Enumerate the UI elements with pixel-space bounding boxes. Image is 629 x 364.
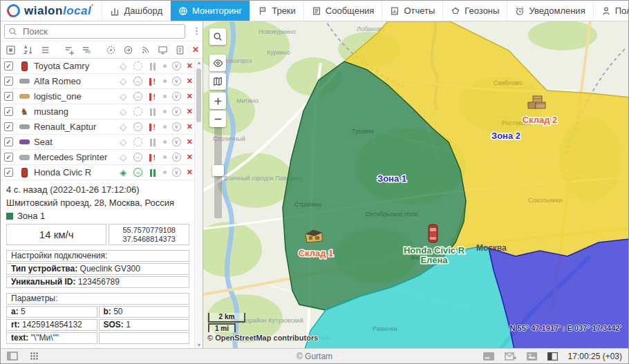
search-options-kebab-icon[interactable]: ⋮ [192, 26, 201, 36]
data-accuracy-icon [148, 62, 158, 70]
show-on-map-icon[interactable] [106, 45, 116, 55]
tab-tracks[interactable]: Треки [250, 1, 303, 21]
remove-unit-icon[interactable]: ✕ [187, 153, 193, 161]
horse-icon: ♞ [18, 107, 30, 116]
list-view-icon[interactable] [40, 45, 50, 55]
tab-dashboard[interactable]: Дашборд [102, 1, 170, 21]
unit-location-icon[interactable]: ◇ [119, 61, 128, 70]
unit-location-icon[interactable]: ◇ [119, 92, 128, 101]
connection-dot-icon [163, 140, 167, 144]
unit-row-seat[interactable]: ✓ Seat ◇ ∨ ✕ [1, 135, 203, 150]
sort-az-icon[interactable] [23, 45, 33, 55]
unit-location-icon[interactable]: ◇ [119, 153, 128, 162]
unit-location-icon[interactable]: ◈ [119, 168, 128, 177]
svg-text:Новогорск: Новогорск [223, 57, 252, 64]
remove-unit-icon[interactable]: ✕ [187, 62, 193, 70]
unit-location-icon[interactable]: ◇ [119, 107, 128, 116]
tab-geofences[interactable]: Геозоны [442, 1, 507, 21]
clear-list-icon[interactable]: ✕ [192, 45, 199, 55]
connection-dot-icon [163, 110, 167, 113]
data-flow-icon[interactable] [140, 45, 151, 55]
unit-list-toolbar: All ✕ [1, 41, 203, 59]
unit-checkbox[interactable]: ✓ [4, 77, 13, 86]
unique-id-row: Уникальный ID: 123456789 [6, 276, 189, 288]
add-all-to-list-icon[interactable]: All [82, 45, 92, 55]
unit-checkbox[interactable]: ✓ [4, 153, 13, 162]
svg-text:Свиблово: Свиблово [494, 79, 522, 86]
scrollbar-thumb[interactable] [196, 68, 201, 122]
remove-unit-icon[interactable]: ✕ [187, 123, 193, 131]
unit-menu-icon[interactable]: ∨ [172, 92, 181, 101]
car-icon [18, 140, 30, 144]
remove-unit-icon[interactable]: ✕ [187, 138, 193, 146]
unit-row-honda-civic-r[interactable]: ✓ Honda Civic R ◈ → ∨ ✕ [1, 165, 203, 180]
unit-menu-icon[interactable]: ∨ [172, 153, 181, 162]
data-accuracy-icon: ! [148, 93, 158, 101]
parameters-header: Параметры: [6, 293, 189, 305]
last-message-time: 4 с. назад (2022-01-26 17:12:06) [6, 184, 189, 195]
unit-location-icon[interactable]: ◇ [119, 122, 128, 131]
add-to-list-icon[interactable] [64, 45, 75, 55]
unit-row-mustang[interactable]: ✓ ♞ mustang ◇ ∨ ✕ [1, 104, 203, 119]
unit-checkbox[interactable]: ✓ [4, 137, 13, 146]
sidebar-scrollbar[interactable]: ▲ ▼ [194, 59, 203, 348]
connection-dot-icon [163, 64, 167, 68]
unit-menu-icon[interactable]: ∨ [172, 61, 181, 70]
unit-checkbox[interactable]: ✓ [4, 61, 13, 70]
map-search-button[interactable] [209, 28, 226, 45]
wialon-logo[interactable]: wialonlocal’ [1, 1, 102, 21]
zoom-out-button[interactable] [209, 111, 226, 127]
unit-menu-icon[interactable]: ∨ [172, 122, 181, 131]
connection-dot-icon [163, 125, 167, 128]
remove-unit-icon[interactable]: ✕ [187, 108, 193, 115]
connection-dot-icon [163, 79, 167, 83]
clipboard-icon[interactable] [175, 45, 185, 55]
remove-unit-icon[interactable]: ✕ [187, 77, 193, 85]
unit-checkbox[interactable]: ✓ [4, 92, 13, 101]
zoom-slider-handle[interactable] [212, 165, 224, 176]
coordinates-value: 55.7570779108 37.5468814373 [109, 224, 189, 245]
unit-row-renault-kaptur[interactable]: ✓ Renault_Kaptur ◇ − ! ∨ ✕ [1, 119, 203, 135]
tab-users[interactable]: Пользователи [593, 1, 629, 21]
unit-menu-icon[interactable]: ∨ [172, 77, 181, 86]
tab-reports[interactable]: Отчеты [382, 1, 442, 21]
unit-checkbox[interactable]: ✓ [4, 107, 13, 116]
search-icon [8, 27, 17, 36]
scroll-down-icon[interactable]: ▼ [195, 343, 203, 347]
zoom-in-button[interactable] [209, 93, 226, 109]
map-canvas[interactable]: Новокуркино Куркино Лобаново Новогорск М… [203, 21, 628, 348]
search-input[interactable] [4, 24, 185, 39]
remove-unit-icon[interactable]: ✕ [187, 93, 193, 100]
unit-menu-icon[interactable]: ∨ [172, 107, 181, 116]
warehouse2-label: Склад 2 [523, 115, 558, 125]
scroll-up-icon[interactable]: ▲ [195, 60, 203, 65]
unit-checkbox[interactable]: ✓ [4, 122, 13, 131]
tab-monitoring[interactable]: Мониторинг [170, 1, 250, 21]
unit-row-alfa-romeo[interactable]: ✓ Alfa Romeo ◇ → ! ∨ ✕ [1, 74, 203, 89]
unit-menu-icon[interactable]: ∨ [172, 168, 181, 177]
honda-driver-label: Елена [420, 255, 448, 265]
select-all-icon[interactable] [6, 45, 16, 55]
unit-row-mercedes-sprinter[interactable]: ✓ Mercedes Sprinter ◇ → ! ∨ ✕ [1, 150, 203, 165]
tab-notifications[interactable]: Уведомления [507, 1, 592, 21]
unit-row-logistic-one[interactable]: ✓ logistic_one ◇ → ! ∨ ✕ [1, 89, 203, 104]
speed-coords-table: 14 км/ч 55.7570779108 37.5468814373 [6, 224, 189, 245]
remove-unit-icon[interactable]: ✕ [187, 169, 193, 176]
unit-location-icon[interactable]: ◇ [119, 77, 128, 86]
unit-screen-icon[interactable] [158, 45, 168, 55]
map-visibility-button[interactable] [209, 55, 226, 71]
unit-menu-icon[interactable]: ∨ [172, 137, 181, 146]
scale-mi: 1 mi [208, 323, 236, 332]
unit-row-toyota-camry[interactable]: ✓ Toyota Camry ◇ ∨ ✕ [1, 59, 203, 74]
honda-unit-marker [429, 224, 438, 242]
bottom-status-bar: © Gurtam 17:00:25 (+03) [1, 348, 628, 363]
svg-text:Куркино: Куркино [267, 49, 290, 56]
map-layers-button[interactable] [209, 73, 226, 90]
tab-messages[interactable]: Сообщения [303, 1, 382, 21]
map-image: Новокуркино Куркино Лобаново Новогорск М… [203, 21, 628, 348]
unit-checkbox[interactable]: ✓ [4, 168, 13, 177]
logo-accent-mark: ’ [91, 3, 93, 11]
follow-unit-icon[interactable] [123, 45, 133, 55]
unit-location-icon[interactable]: ◇ [119, 137, 128, 146]
monitoring-panel: ⋮ All ✕ ✓ Toyota Camry ◇ [1, 21, 203, 348]
